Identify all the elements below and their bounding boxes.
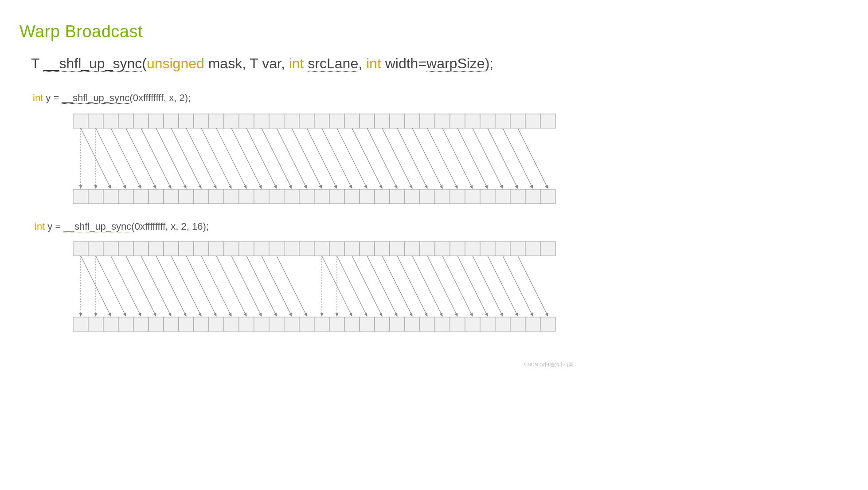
lane-cell [164, 114, 179, 128]
arrow-shift [473, 128, 503, 188]
arrow-shift [442, 256, 473, 316]
arrow-shift [488, 256, 518, 316]
lane-cell [209, 189, 224, 204]
lane-cell [194, 114, 209, 128]
arrow-shift [246, 128, 277, 188]
lane-cell [375, 114, 390, 128]
lane-cell [179, 242, 194, 256]
sig-srclane: srcLane [308, 55, 358, 72]
lane-cell [179, 189, 194, 204]
arrow-shift [141, 256, 171, 316]
lane-cell [73, 242, 88, 256]
lane-cell [390, 317, 405, 331]
arrow-shift [473, 256, 503, 316]
sig-warpsize: warpSize [426, 55, 485, 72]
lane-cell [133, 317, 149, 331]
lane-cell [73, 114, 88, 128]
lane-cell [495, 317, 510, 331]
arrow-shift [412, 128, 442, 188]
lane-cell [103, 242, 118, 256]
lane-cell [510, 317, 525, 331]
code2-args: (0xffffffff, x, 2, 16); [131, 221, 209, 232]
lane-cell [450, 242, 465, 256]
lane-cell [510, 114, 525, 128]
sig-fn-name: __shfl_up_sync [43, 55, 142, 72]
lane-cell [239, 189, 254, 204]
lane-cell [179, 114, 194, 128]
arrow-shift [337, 256, 367, 316]
lane-cell [390, 189, 405, 204]
code2-kw: int [35, 221, 45, 232]
lane-cell [465, 317, 480, 331]
lane-cell [224, 114, 239, 128]
lane-cell [314, 189, 329, 204]
lane-cell [194, 189, 209, 204]
arrow-shift [382, 256, 412, 316]
arrow-shift [518, 128, 548, 188]
lane-cell [269, 242, 284, 256]
lane-cell [329, 114, 344, 128]
arrow-shift [201, 128, 231, 188]
lane-cell [254, 114, 269, 128]
lane-cell [420, 317, 435, 331]
sig-mask: mask, T var, [204, 55, 289, 71]
arrow-shift [186, 256, 216, 316]
lane-cell [314, 317, 329, 331]
lane-cell [239, 242, 254, 256]
arrow-shift [382, 128, 412, 188]
lane-cell [344, 189, 360, 204]
arrow-shift [156, 256, 186, 316]
lane-cell [149, 114, 164, 128]
arrow-shift [216, 256, 246, 316]
watermark: CSDN @扫地的小何尚 [524, 361, 574, 368]
lane-cell [88, 242, 103, 256]
lane-cell [133, 114, 149, 128]
arrow-shift [518, 256, 548, 316]
lane-cell [480, 242, 495, 256]
code-example-1: int y = __shfl_up_sync(0xffffffff, x, 2)… [33, 92, 191, 104]
lane-cell [73, 189, 88, 204]
arrow-shift [412, 256, 442, 316]
lane-cell [88, 189, 103, 204]
lane-cell [299, 317, 314, 331]
lane-cell [209, 317, 224, 331]
lane-cell [269, 114, 284, 128]
lane-cell [254, 242, 269, 256]
lane-cell [269, 189, 284, 204]
arrow-shift [96, 256, 126, 316]
arrow-shift [186, 128, 216, 188]
lane-cell [164, 242, 179, 256]
arrow-shift [277, 128, 307, 188]
diagram-shfl-up-width16 [71, 239, 563, 335]
lane-cell [118, 189, 133, 204]
lane-cell [495, 242, 510, 256]
lane-cell [480, 317, 495, 331]
arrow-shift [397, 128, 427, 188]
arrow-shift [246, 256, 277, 316]
arrow-shift [397, 256, 427, 316]
lane-cell [450, 189, 465, 204]
lane-cell [510, 242, 525, 256]
arrow-shift [111, 256, 141, 316]
lane-cell [284, 114, 299, 128]
lane-cell [435, 317, 450, 331]
arrow-shift [503, 128, 533, 188]
lane-cell [118, 114, 133, 128]
arrow-shift [126, 128, 156, 188]
arrow-shift [488, 128, 518, 188]
lane-cell [224, 242, 239, 256]
arrow-shift [216, 128, 246, 188]
lane-cell [525, 114, 540, 128]
function-signature: T __shfl_up_sync(unsigned mask, T var, i… [31, 55, 493, 72]
sig-close: ); [485, 55, 494, 71]
lane-cell [133, 189, 149, 204]
sig-sp [304, 55, 308, 71]
slide: Warp Broadcast T __shfl_up_sync(unsigned… [0, 0, 576, 370]
sig-comma: , [358, 55, 366, 71]
arrow-shift [231, 256, 262, 316]
lane-cell [118, 242, 133, 256]
arrow-shift [126, 256, 156, 316]
lane-cell [103, 317, 118, 331]
lane-cell [239, 317, 254, 331]
lane-cell [360, 317, 375, 331]
